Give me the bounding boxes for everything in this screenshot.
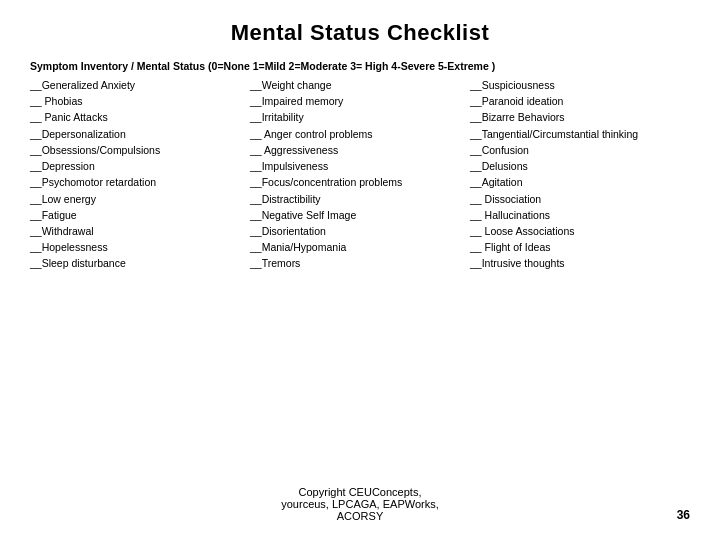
list-item: __Depersonalization	[30, 127, 250, 142]
list-item: __Agitation	[470, 175, 690, 190]
footer: Copyright CEUConcepts, yourceus, LPCAGA,…	[0, 486, 720, 522]
column-1: __Generalized Anxiety__ Phobias__ Panic …	[30, 78, 250, 272]
column-2: __Weight change__Impaired memory__Irrita…	[250, 78, 470, 272]
list-item: __Weight change	[250, 78, 470, 93]
list-item: __ Dissociation	[470, 192, 690, 207]
list-item: __Psychomotor retardation	[30, 175, 250, 190]
list-item: __ Aggressiveness	[250, 143, 470, 158]
list-item: __Confusion	[470, 143, 690, 158]
list-item: __ Phobias	[30, 94, 250, 109]
list-item: __Intrusive thoughts	[470, 256, 690, 271]
list-item: __Tremors	[250, 256, 470, 271]
subtitle-label: Symptom Inventory / Mental Status	[30, 60, 205, 72]
list-item: __Irritability	[250, 110, 470, 125]
list-item: __Bizarre Behaviors	[470, 110, 690, 125]
footer-line2: yourceus, LPCAGA, EAPWorks,	[0, 498, 720, 510]
page-title: Mental Status Checklist	[30, 20, 690, 46]
list-item: __Impaired memory	[250, 94, 470, 109]
list-item: __Negative Self Image	[250, 208, 470, 223]
page-number: 36	[677, 508, 690, 522]
column-3: __Suspiciousness__Paranoid ideation__Biz…	[470, 78, 690, 272]
list-item: __Impulsiveness	[250, 159, 470, 174]
list-item: __Suspiciousness	[470, 78, 690, 93]
list-item: __ Loose Associations	[470, 224, 690, 239]
symptom-columns: __Generalized Anxiety__ Phobias__ Panic …	[30, 78, 690, 272]
list-item: __Distractibility	[250, 192, 470, 207]
scale-label: (0=None 1=Mild 2=Moderate 3= High 4-Seve…	[208, 60, 495, 72]
subtitle-row: Symptom Inventory / Mental Status (0=Non…	[30, 60, 690, 72]
list-item: __Generalized Anxiety	[30, 78, 250, 93]
list-item: __Tangential/Circumstantial thinking	[470, 127, 690, 142]
list-item: __Hopelessness	[30, 240, 250, 255]
list-item: __Obsessions/Compulsions	[30, 143, 250, 158]
list-item: __ Panic Attacks	[30, 110, 250, 125]
page: Mental Status Checklist Symptom Inventor…	[0, 0, 720, 540]
list-item: __Paranoid ideation	[470, 94, 690, 109]
list-item: __Disorientation	[250, 224, 470, 239]
list-item: __Withdrawal	[30, 224, 250, 239]
list-item: __ Anger control problems	[250, 127, 470, 142]
list-item: __ Hallucinations	[470, 208, 690, 223]
list-item: __Mania/Hypomania	[250, 240, 470, 255]
list-item: __Fatigue	[30, 208, 250, 223]
list-item: __Low energy	[30, 192, 250, 207]
list-item: __ Flight of Ideas	[470, 240, 690, 255]
list-item: __Sleep disturbance	[30, 256, 250, 271]
footer-line3: ACORSY	[0, 510, 720, 522]
list-item: __Depression	[30, 159, 250, 174]
list-item: __Focus/concentration problems	[250, 175, 470, 190]
footer-line1: Copyright CEUConcepts,	[0, 486, 720, 498]
list-item: __Delusions	[470, 159, 690, 174]
